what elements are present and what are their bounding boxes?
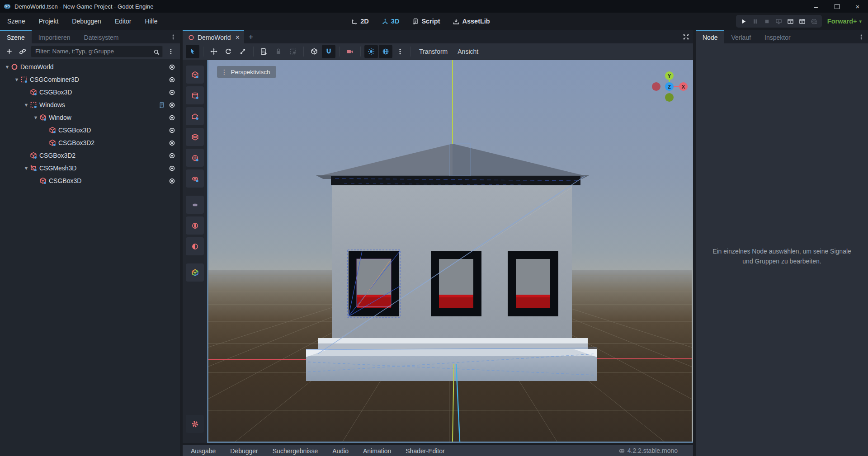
- visibility-toggle[interactable]: [169, 102, 175, 108]
- gizmo-x-positive[interactable]: X: [679, 82, 688, 91]
- gizmo-z-positive[interactable]: Z: [665, 82, 674, 91]
- remote-debug-button[interactable]: [773, 15, 785, 27]
- dock-left-tab-importieren[interactable]: Importieren: [32, 30, 77, 43]
- viewport-menu-ansicht[interactable]: Ansicht: [453, 48, 483, 55]
- stop-button[interactable]: [761, 15, 773, 27]
- bottom-tab-debugger[interactable]: Debugger: [230, 447, 258, 456]
- environment-toggle[interactable]: [379, 45, 392, 58]
- tree-row-demoworld[interactable]: ▼DemoWorld: [0, 61, 180, 73]
- window-minimize-button[interactable]: –: [806, 0, 826, 13]
- switch-3d[interactable]: 3D: [382, 18, 400, 25]
- menu-editor[interactable]: Editor: [115, 18, 132, 25]
- play-scene-button[interactable]: [785, 15, 797, 27]
- pause-button[interactable]: [750, 15, 761, 27]
- switch-2d[interactable]: 2D: [351, 18, 369, 25]
- tree-row-csgbox3d[interactable]: CSGBox3D: [0, 174, 180, 187]
- sun-env-menu[interactable]: [393, 45, 407, 58]
- bottom-tab-shadereditor[interactable]: Shader-Editor: [406, 447, 444, 456]
- scale-tool[interactable]: [236, 45, 250, 58]
- visibility-toggle[interactable]: [169, 152, 175, 159]
- sun-toggle[interactable]: [364, 45, 378, 58]
- gizmo-color-tool[interactable]: [186, 263, 204, 282]
- csg-subtract-op[interactable]: [186, 237, 204, 255]
- menu-szene[interactable]: Szene: [7, 18, 25, 25]
- visibility-toggle[interactable]: [169, 140, 175, 146]
- close-tab-icon[interactable]: ×: [236, 33, 240, 42]
- visibility-toggle[interactable]: [169, 178, 175, 184]
- tree-collapse-icon[interactable]: ▼: [23, 102, 30, 108]
- expand-viewport-button[interactable]: [679, 30, 693, 43]
- bottom-tab-suchergebnisse[interactable]: Suchergebnisse: [273, 447, 318, 456]
- menu-hilfe[interactable]: Hilfe: [145, 18, 157, 25]
- menu-debuggen[interactable]: Debuggen: [72, 18, 101, 25]
- group-button[interactable]: [286, 45, 300, 58]
- visibility-toggle[interactable]: [169, 127, 175, 134]
- list-select-tool[interactable]: [257, 45, 271, 58]
- tree-row-windows[interactable]: ▼Windows: [0, 99, 180, 111]
- instance-scene-button[interactable]: [17, 46, 28, 57]
- tree-row-csgbox3d[interactable]: CSGBox3D: [0, 124, 180, 136]
- viewport-menu-transform[interactable]: Transform: [414, 48, 453, 55]
- movie-mode-button[interactable]: [808, 15, 820, 27]
- snap-toggle[interactable]: [322, 45, 335, 58]
- csg-union-op[interactable]: [186, 196, 204, 214]
- dock-right-tab-inspektor[interactable]: Inspektor: [758, 30, 797, 43]
- window-maximize-button[interactable]: [826, 0, 847, 13]
- gizmo-y-negative[interactable]: [665, 93, 674, 102]
- dock-left-tab-dateisystem[interactable]: Dateisystem: [77, 30, 126, 43]
- gizmo-x-negative[interactable]: [652, 82, 660, 91]
- scene-tree-menu-button[interactable]: [165, 46, 176, 57]
- dock-right-tab-node[interactable]: Node: [696, 30, 724, 43]
- visibility-toggle[interactable]: [169, 64, 175, 71]
- csg-mesh-tool[interactable]: [186, 128, 204, 146]
- csg-sphere-tool[interactable]: [186, 149, 204, 167]
- window-close-button[interactable]: ×: [847, 0, 868, 13]
- gizmo-y-positive[interactable]: Y: [665, 71, 674, 80]
- visibility-toggle[interactable]: [169, 165, 175, 172]
- tree-row-csgmesh3d[interactable]: ▼CSGMesh3D: [0, 162, 180, 174]
- bottom-tab-animation[interactable]: Animation: [363, 447, 391, 456]
- visibility-toggle[interactable]: [169, 114, 175, 121]
- scene-tab-demoworld[interactable]: DemoWorld×: [183, 30, 244, 43]
- switch-script[interactable]: Script: [412, 18, 440, 25]
- bottom-tab-audio[interactable]: Audio: [332, 447, 349, 456]
- lock-button[interactable]: [272, 45, 285, 58]
- visibility-toggle[interactable]: [169, 89, 175, 96]
- switch-assetlib[interactable]: AssetLib: [453, 18, 490, 25]
- play-button[interactable]: [738, 15, 750, 27]
- tree-collapse-icon[interactable]: ▼: [4, 64, 11, 70]
- renderer-select[interactable]: Forward+ ▾: [827, 18, 862, 25]
- 3d-viewport[interactable]: ⋮ Perspektivisch Y X Z: [207, 60, 693, 443]
- tree-collapse-icon[interactable]: ▼: [23, 165, 30, 171]
- tree-row-csgbox3d2[interactable]: CSGBox3D2: [0, 136, 180, 149]
- camera-preview-toggle[interactable]: [343, 45, 357, 58]
- csg-settings[interactable]: [186, 415, 204, 433]
- dock-left-tabs-menu[interactable]: [166, 30, 180, 43]
- rotate-tool[interactable]: [222, 45, 235, 58]
- tree-collapse-icon[interactable]: ▼: [13, 77, 20, 82]
- tree-row-csgbox3d[interactable]: CSGBox3D: [0, 86, 180, 99]
- bottom-tab-ausgabe[interactable]: Ausgabe: [191, 447, 216, 456]
- attached-script-icon[interactable]: [158, 102, 165, 108]
- visibility-toggle[interactable]: [169, 76, 175, 83]
- new-scene-tab-button[interactable]: +: [244, 30, 258, 43]
- play-custom-scene-button[interactable]: [797, 15, 808, 27]
- csg-intersect-op[interactable]: [186, 216, 204, 235]
- dock-right-tab-verlauf[interactable]: Verlauf: [724, 30, 758, 43]
- projection-menu[interactable]: ⋮ Perspektivisch: [217, 66, 276, 78]
- add-node-button[interactable]: [4, 46, 14, 57]
- csg-torus-tool[interactable]: [186, 169, 204, 188]
- dock-left-tab-szene[interactable]: Szene: [0, 30, 32, 43]
- tree-collapse-icon[interactable]: ▼: [32, 115, 39, 120]
- local-space-toggle[interactable]: [307, 45, 321, 58]
- tree-row-window[interactable]: ▼Window: [0, 111, 180, 124]
- select-tool[interactable]: [186, 45, 199, 58]
- orientation-gizmo[interactable]: Y X Z: [649, 66, 690, 104]
- tree-row-csgbox3d2[interactable]: CSGBox3D2: [0, 149, 180, 162]
- csg-polygon-tool[interactable]: [186, 107, 204, 125]
- menu-projekt[interactable]: Projekt: [39, 18, 59, 25]
- move-tool[interactable]: [207, 45, 221, 58]
- csg-box-tool[interactable]: [186, 66, 204, 84]
- dock-right-tabs-menu[interactable]: [854, 30, 868, 43]
- csg-cylinder-tool[interactable]: [186, 86, 204, 104]
